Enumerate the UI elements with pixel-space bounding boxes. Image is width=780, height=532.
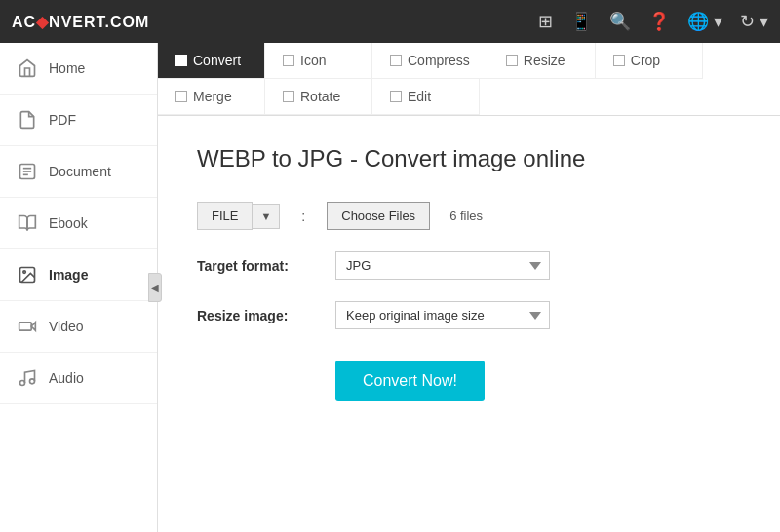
sidebar-label-ebook: Ebook: [49, 215, 88, 231]
subnav-compress[interactable]: Compress: [372, 43, 488, 79]
search-icon[interactable]: 🔍: [609, 11, 631, 32]
convert-now-button[interactable]: Convert Now!: [335, 361, 485, 401]
refresh-icon[interactable]: ↻ ▾: [740, 11, 768, 32]
sidebar-item-pdf[interactable]: PDF: [0, 95, 157, 146]
subnav-crop-label: Crop: [631, 53, 660, 68]
page-content: WEBP to JPG - Convert image online FILE …: [158, 116, 780, 532]
subnav-merge-label: Merge: [193, 89, 232, 104]
subnav-crop[interactable]: Crop: [596, 43, 703, 79]
help-icon[interactable]: ❓: [648, 11, 670, 32]
resize-image-row: Resize image: Keep original image size C…: [197, 301, 741, 329]
sidebar-collapse-button[interactable]: ◀: [148, 273, 162, 302]
sidebar-item-home[interactable]: Home: [0, 43, 157, 95]
home-icon: [16, 57, 39, 80]
icon-checkbox: [283, 55, 294, 66]
subnav-rotate[interactable]: Rotate: [265, 79, 372, 115]
target-format-row: Target format: JPG PNG GIF WEBP BMP: [197, 251, 741, 280]
subnav-edit[interactable]: Edit: [372, 79, 480, 115]
language-icon[interactable]: 🌐 ▾: [687, 11, 722, 32]
ebook-icon: [16, 211, 39, 235]
svg-rect-6: [20, 323, 32, 330]
sidebar-label-pdf: PDF: [49, 112, 76, 128]
subnav-convert[interactable]: Convert: [158, 43, 265, 79]
convert-checkbox: [176, 55, 187, 66]
target-format-label: Target format:: [197, 258, 324, 274]
sub-nav-row-2: Merge Rotate Edit: [158, 79, 780, 115]
sidebar-label-image: Image: [49, 267, 88, 283]
resize-image-label: Resize image:: [197, 308, 324, 323]
file-count: 6 files: [449, 209, 483, 223]
subnav-compress-label: Compress: [408, 53, 470, 68]
sidebar-item-audio[interactable]: Audio: [0, 353, 157, 404]
sidebar-item-video[interactable]: Video: [0, 301, 157, 353]
sidebar-label-home: Home: [49, 60, 85, 76]
sidebar-item-image[interactable]: Image: [0, 249, 157, 301]
merge-checkbox: [176, 91, 187, 102]
document-icon: [16, 160, 39, 183]
subnav-icon-label: Icon: [300, 53, 326, 68]
grid-icon[interactable]: ⊞: [538, 11, 553, 32]
sidebar-wrapper: Home PDF Document Ebook: [0, 43, 158, 532]
subnav-edit-label: Edit: [408, 89, 431, 104]
sidebar-item-ebook[interactable]: Ebook: [0, 198, 157, 249]
content-area: Convert Icon Compress Resize Crop: [158, 43, 780, 532]
resize-image-select[interactable]: Keep original image size Custom size: [335, 301, 550, 329]
crop-checkbox: [613, 55, 625, 66]
sub-nav-row-1: Convert Icon Compress Resize Crop: [158, 43, 780, 79]
file-colon: :: [301, 209, 305, 224]
file-type-button[interactable]: FILE: [197, 202, 253, 230]
svg-point-8: [20, 381, 25, 386]
pdf-icon: [16, 108, 39, 132]
compress-checkbox: [390, 55, 402, 66]
choose-files-button[interactable]: Choose Files: [327, 202, 430, 230]
logo-text: AC◆NVERT.COM: [12, 14, 149, 30]
mobile-icon[interactable]: 📱: [570, 11, 592, 32]
sub-navigation: Convert Icon Compress Resize Crop: [158, 43, 780, 116]
subnav-rotate-label: Rotate: [300, 89, 340, 104]
edit-checkbox: [390, 91, 402, 102]
subnav-resize-label: Resize: [524, 53, 566, 68]
sidebar: Home PDF Document Ebook: [0, 43, 158, 532]
subnav-icon[interactable]: Icon: [265, 43, 372, 79]
nav-icons: ⊞ 📱 🔍 ❓ 🌐 ▾ ↻ ▾: [538, 11, 768, 32]
subnav-merge[interactable]: Merge: [158, 79, 265, 115]
image-icon: [16, 263, 39, 286]
resize-checkbox: [506, 55, 518, 66]
top-navigation: AC◆NVERT.COM ⊞ 📱 🔍 ❓ 🌐 ▾ ↻ ▾: [0, 0, 780, 43]
sidebar-label-audio: Audio: [49, 370, 84, 386]
sidebar-label-document: Document: [49, 164, 111, 179]
page-title: WEBP to JPG - Convert image online: [197, 145, 741, 172]
main-layout: Home PDF Document Ebook: [0, 43, 780, 532]
subnav-convert-label: Convert: [193, 53, 241, 68]
subnav-resize[interactable]: Resize: [488, 43, 596, 79]
logo: AC◆NVERT.COM: [12, 13, 149, 31]
sidebar-label-video: Video: [49, 319, 84, 334]
svg-point-9: [30, 379, 35, 384]
sidebar-item-document[interactable]: Document: [0, 146, 157, 198]
file-row: FILE ▼ : Choose Files 6 files: [197, 202, 741, 230]
file-dropdown-arrow[interactable]: ▼: [253, 204, 280, 229]
svg-point-5: [23, 271, 25, 274]
rotate-checkbox: [283, 91, 294, 102]
video-icon: [16, 315, 39, 338]
file-button-group: FILE ▼: [197, 202, 280, 230]
target-format-select[interactable]: JPG PNG GIF WEBP BMP: [335, 251, 550, 280]
audio-icon: [16, 366, 39, 390]
